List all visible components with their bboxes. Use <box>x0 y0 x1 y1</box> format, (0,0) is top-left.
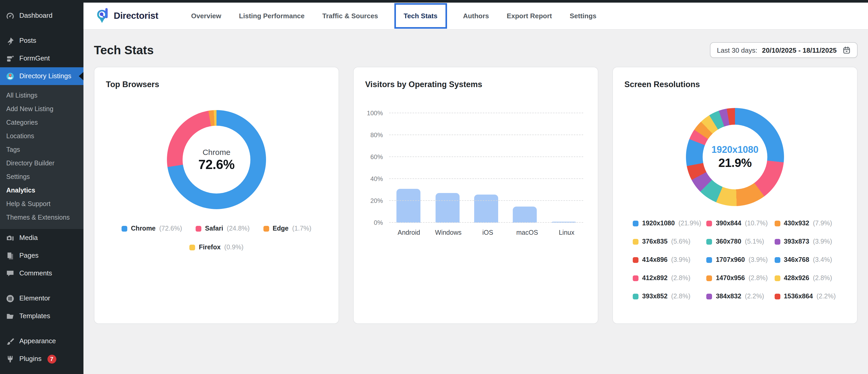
legend-percent: (2.2%) <box>817 292 836 300</box>
admin-topbar <box>84 0 868 3</box>
legend-swatch <box>196 226 202 231</box>
resolutions-donut-chart[interactable]: 1920x1080 21.9% <box>686 108 784 206</box>
resolutions-donut-center: 1920x1080 21.9% <box>703 125 767 189</box>
sidebar-item-templates[interactable]: Templates <box>0 307 84 325</box>
sidebar-item-label: Appearance <box>19 337 56 346</box>
screen: DashboardPostsFormGentDirectory Listings… <box>0 0 868 374</box>
sidebar-item-elementor[interactable]: Elementor <box>0 289 84 307</box>
legend-item-360x780: 360x780(5.1%) <box>707 238 769 245</box>
analytics-tabs: OverviewListing PerformanceTraffic & Sou… <box>182 3 606 29</box>
legend-swatch <box>774 220 780 226</box>
pushpin-icon <box>5 36 14 45</box>
sidebar-subitem-help-support[interactable]: Help & Support <box>0 197 84 211</box>
legend-label: 1707x960 <box>716 256 745 263</box>
gridline <box>389 178 583 179</box>
legend-item-393x852: 393x852(2.8%) <box>633 292 701 300</box>
legend-item-1536x864: 1536x864(2.2%) <box>774 292 837 300</box>
sidebar-subitem-analytics[interactable]: Analytics <box>0 184 84 197</box>
legend-label: Firefox <box>199 244 220 251</box>
browsers-donut-chart[interactable]: Chrome 72.6% <box>167 110 266 209</box>
sidebar-item-appearance[interactable]: Appearance <box>0 332 84 350</box>
sidebar-item-formgent[interactable]: FormGent <box>0 50 84 67</box>
sidebar-item-plugins[interactable]: Plugins7 <box>0 350 84 368</box>
sidebar-subitem-tags[interactable]: Tags <box>0 143 84 156</box>
legend-percent: (2.8%) <box>748 274 768 282</box>
sidebar-subitem-all-listings[interactable]: All Listings <box>0 89 84 102</box>
legend-percent: (3.4%) <box>813 256 832 263</box>
sidebar-subitem-themes-extensions[interactable]: Themes & Extensions <box>0 211 84 224</box>
bar-slot-linux <box>544 113 583 223</box>
tab-tech-stats[interactable]: Tech Stats <box>394 3 447 29</box>
tab-authors[interactable]: Authors <box>463 3 489 29</box>
tab-listing-performance[interactable]: Listing Performance <box>239 3 304 29</box>
sidebar-item-label: Posts <box>19 36 36 45</box>
os-x-axis: AndroidWindowsiOSmacOSLinux <box>365 229 586 236</box>
tab-export-report[interactable]: Export Report <box>507 3 552 29</box>
legend-label: 1536x864 <box>784 292 813 300</box>
sidebar-subitem-categories[interactable]: Categories <box>0 116 84 129</box>
date-range-picker[interactable]: Last 30 days: 20/10/2025 - 18/11/2025 <box>710 42 858 58</box>
sidebar-item-label: Pages <box>19 251 39 260</box>
sidebar-item-directory-listings[interactable]: Directory Listings <box>0 67 84 85</box>
legend-swatch <box>633 239 639 244</box>
legend-item-430x932: 430x932(7.9%) <box>774 220 837 227</box>
directorist-logo-icon <box>95 8 110 24</box>
resolutions-legend: 1920x1080(21.9%)390x844(10.7%)430x932(7.… <box>624 220 845 300</box>
bar-android[interactable] <box>397 189 421 223</box>
legend-item-firefox: Firefox(0.9%) <box>189 244 243 251</box>
legend-percent: (3.9%) <box>748 256 768 263</box>
sidebar-item-media[interactable]: Media <box>0 229 84 247</box>
tab-traffic-sources[interactable]: Traffic & Sources <box>322 3 378 29</box>
os-bar-plot <box>389 113 583 223</box>
screen-resolutions-title: Screen Resolutions <box>624 80 845 89</box>
browsers-center-label: Chrome <box>203 147 230 156</box>
legend-item-1707x960: 1707x960(3.9%) <box>707 256 769 263</box>
tab-overview[interactable]: Overview <box>191 3 221 29</box>
top-browsers-card: Top Browsers Chrome 72.6% Chrome(72.6%)S… <box>94 67 339 324</box>
bar-ios[interactable] <box>474 194 498 223</box>
legend-percent: (2.8%) <box>813 274 832 282</box>
browsers-legend: Chrome(72.6%)Safari(24.8%)Edge(1.7%)Fire… <box>106 225 327 251</box>
browsers-center-value: 72.6% <box>198 157 235 172</box>
os-bar-chart[interactable]: 100%80%60%40%20%0% <box>365 113 586 223</box>
legend-swatch <box>707 257 712 262</box>
legend-item-376x835: 376x835(5.6%) <box>633 238 701 245</box>
legend-percent: (10.7%) <box>745 220 768 227</box>
legend-label: 430x932 <box>784 220 809 227</box>
legend-label: 384x832 <box>716 292 741 300</box>
gridline <box>389 222 583 223</box>
legend-label: Edge <box>273 225 288 232</box>
plugins-icon <box>5 354 14 364</box>
legend-percent: (5.1%) <box>745 238 764 245</box>
bar-windows[interactable] <box>435 193 459 223</box>
bar-slot-ios <box>467 113 506 223</box>
date-range-value: 20/10/2025 - 18/11/2025 <box>762 46 837 54</box>
sidebar-item-comments[interactable]: Comments <box>0 264 84 282</box>
legend-swatch <box>774 293 780 299</box>
bar-macos[interactable] <box>513 207 537 223</box>
menu-separator <box>0 25 84 32</box>
legend-percent: (2.8%) <box>671 274 690 282</box>
x-tick-android: Android <box>389 229 429 236</box>
legend-swatch <box>707 239 712 244</box>
legend-label: 414x896 <box>642 256 668 263</box>
legend-swatch <box>707 220 712 226</box>
sidebar-item-dashboard[interactable]: Dashboard <box>0 7 84 25</box>
sidebar-subitem-settings[interactable]: Settings <box>0 170 84 184</box>
gridline <box>389 200 583 201</box>
legend-item-384x832: 384x832(2.2%) <box>707 292 769 300</box>
legend-label: 412x892 <box>642 274 668 282</box>
sidebar-item-pages[interactable]: Pages <box>0 247 84 264</box>
resolutions-center-value: 21.9% <box>718 156 751 170</box>
menu-separator <box>0 325 84 332</box>
sidebar-subitem-locations[interactable]: Locations <box>0 129 84 143</box>
app-header: Directorist OverviewListing PerformanceT… <box>84 3 868 30</box>
legend-swatch <box>189 244 195 250</box>
top-browsers-title: Top Browsers <box>106 80 327 89</box>
sidebar-item-label: Comments <box>19 269 52 278</box>
sidebar-subitem-directory-builder[interactable]: Directory Builder <box>0 156 84 170</box>
sidebar-item-posts[interactable]: Posts <box>0 32 84 50</box>
sidebar-subitem-add-new-listing[interactable]: Add New Listing <box>0 102 84 116</box>
menu-separator <box>0 282 84 289</box>
tab-settings[interactable]: Settings <box>569 3 596 29</box>
